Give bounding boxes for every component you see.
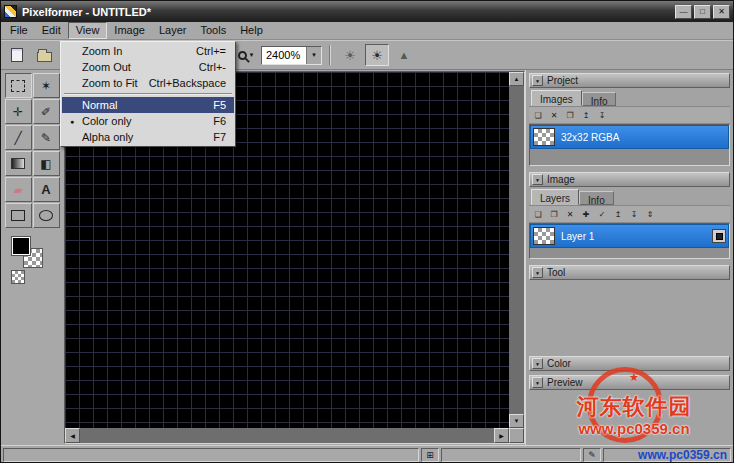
- close-button[interactable]: ✕: [713, 5, 730, 19]
- layer-visibility-toggle[interactable]: [712, 229, 726, 243]
- layers-mini-toolbar: ❏ ❐ ✕ ✚ ✓ ↥ ↧ ⇕: [529, 206, 730, 223]
- menu-item-normal[interactable]: Normal F5: [62, 97, 234, 113]
- line-tool[interactable]: ╱: [5, 125, 32, 150]
- zoom-combo-dropdown-button[interactable]: ▼: [306, 47, 321, 64]
- pencil-tool[interactable]: ✎: [33, 125, 60, 150]
- menu-file[interactable]: File: [3, 22, 35, 39]
- status-grid-panel: ⊞: [421, 448, 439, 462]
- menu-item-zoom-in[interactable]: Zoom In Ctrl+=: [62, 43, 234, 59]
- background-black-button[interactable]: ☀: [338, 44, 362, 66]
- minimize-button[interactable]: —: [675, 5, 692, 19]
- rectangle-icon: [11, 210, 25, 221]
- move-layer-down-button[interactable]: ↧: [627, 208, 641, 221]
- rect-select-tool[interactable]: [5, 73, 32, 98]
- magic-wand-tool[interactable]: ✶: [33, 73, 60, 98]
- text-tool[interactable]: A: [33, 177, 60, 202]
- background-textured-button[interactable]: ▲: [392, 44, 416, 66]
- open-folder-icon: [37, 52, 52, 62]
- menu-item-color-only[interactable]: ● Color only F6: [62, 113, 234, 129]
- collapse-icon[interactable]: ▼: [532, 267, 543, 278]
- foreground-color-swatch[interactable]: [11, 236, 31, 256]
- layers-list: Layer 1: [529, 223, 730, 259]
- menu-help[interactable]: Help: [233, 22, 270, 39]
- zoom-tool-button[interactable]: ▼: [234, 44, 258, 66]
- window-title: Pixelformer - UNTITLED*: [22, 6, 670, 18]
- menu-item-shortcut: Ctrl+-: [199, 61, 226, 73]
- new-document-button[interactable]: [5, 44, 29, 66]
- vertical-scrollbar[interactable]: ▲ ▼: [509, 72, 524, 428]
- status-right-panel: www.pc0359.cn: [603, 448, 731, 462]
- menu-item-label: Alpha only: [82, 131, 213, 143]
- ellipse-tool[interactable]: [33, 203, 60, 228]
- tool-section-header[interactable]: ▼ Tool: [529, 265, 730, 280]
- eyedropper-icon: ✐: [41, 105, 51, 119]
- add-image-button[interactable]: ❏: [531, 109, 545, 122]
- menu-edit[interactable]: Edit: [35, 22, 68, 39]
- move-icon: ✛: [13, 105, 23, 119]
- background-white-button[interactable]: ☀: [365, 44, 389, 66]
- scroll-down-button[interactable]: ▼: [509, 414, 524, 428]
- visibility-dot-icon: [716, 233, 723, 240]
- move-layer-up-button[interactable]: ↥: [611, 208, 625, 221]
- collapse-icon[interactable]: ▼: [532, 174, 543, 185]
- menu-image[interactable]: Image: [107, 22, 152, 39]
- titlebar[interactable]: Pixelformer - UNTITLED* — □ ✕: [1, 1, 733, 22]
- image-list-item[interactable]: 32x32 RGBA: [530, 125, 729, 149]
- menu-view[interactable]: View: [68, 22, 108, 39]
- tab-image-info[interactable]: Info: [579, 191, 614, 205]
- eraser-tool[interactable]: ▰: [5, 177, 32, 202]
- move-image-up-button[interactable]: ↥: [579, 109, 593, 122]
- resize-layer-button[interactable]: ⇕: [643, 208, 657, 221]
- move-image-down-button[interactable]: ↧: [595, 109, 609, 122]
- menu-item-zoom-to-fit[interactable]: Zoom to Fit Ctrl+Backspace: [62, 75, 234, 91]
- tool-section-title: Tool: [547, 267, 565, 278]
- delete-image-button[interactable]: ✕: [547, 109, 561, 122]
- scroll-up-button[interactable]: ▲: [509, 72, 524, 86]
- move-tool[interactable]: ✛: [5, 99, 32, 124]
- menu-layer[interactable]: Layer: [152, 22, 194, 39]
- tab-images[interactable]: Images: [531, 90, 582, 106]
- scroll-left-button[interactable]: ◀: [65, 428, 80, 443]
- menu-item-shortcut: F7: [213, 131, 226, 143]
- fill-icon: ◧: [40, 157, 51, 171]
- gradient-tool[interactable]: [5, 151, 32, 176]
- layer-list-item[interactable]: Layer 1: [530, 224, 729, 248]
- color-picker-tool[interactable]: ✐: [33, 99, 60, 124]
- delete-layer-button[interactable]: ✕: [563, 208, 577, 221]
- menu-item-shortcut: F6: [213, 115, 226, 127]
- preview-section-header[interactable]: ▼ Preview: [529, 375, 730, 390]
- fill-tool[interactable]: ◧: [33, 151, 60, 176]
- tab-layers[interactable]: Layers: [531, 189, 579, 205]
- alpha-swatch[interactable]: [11, 270, 25, 284]
- status-coords-panel: [441, 448, 581, 462]
- apply-layer-button[interactable]: ✓: [595, 208, 609, 221]
- collapse-icon[interactable]: ▼: [532, 377, 543, 388]
- zoom-level-value[interactable]: 2400%: [262, 47, 306, 64]
- horizontal-scrollbar[interactable]: ◀ ▶: [65, 428, 509, 443]
- menu-item-label: Zoom In: [82, 45, 196, 57]
- menu-item-label: Color only: [82, 115, 213, 127]
- menu-item-alpha-only[interactable]: Alpha only F7: [62, 129, 234, 145]
- image-section-header[interactable]: ▼ Image: [529, 172, 730, 187]
- rectangle-tool[interactable]: [5, 203, 32, 228]
- line-icon: ╱: [14, 131, 21, 145]
- menu-tools[interactable]: Tools: [193, 22, 233, 39]
- color-swatches[interactable]: [9, 236, 55, 284]
- toolbar-separator: [329, 45, 331, 65]
- scroll-right-button[interactable]: ▶: [494, 428, 509, 443]
- ellipse-icon: [39, 210, 53, 221]
- project-section-header[interactable]: ▼ Project: [529, 73, 730, 88]
- collapse-icon[interactable]: ▼: [532, 75, 543, 86]
- gradient-icon: [11, 158, 25, 169]
- merge-layer-button[interactable]: ✚: [579, 208, 593, 221]
- duplicate-layer-button[interactable]: ❐: [547, 208, 561, 221]
- add-layer-button[interactable]: ❏: [531, 208, 545, 221]
- tab-project-info[interactable]: Info: [582, 92, 617, 106]
- menu-item-zoom-out[interactable]: Zoom Out Ctrl+-: [62, 59, 234, 75]
- maximize-button[interactable]: □: [694, 5, 711, 19]
- color-section-header[interactable]: ▼ Color: [529, 356, 730, 371]
- open-button[interactable]: [32, 44, 56, 66]
- duplicate-image-button[interactable]: ❐: [563, 109, 577, 122]
- collapse-icon[interactable]: ▼: [532, 358, 543, 369]
- zoom-level-combo[interactable]: 2400% ▼: [261, 46, 322, 65]
